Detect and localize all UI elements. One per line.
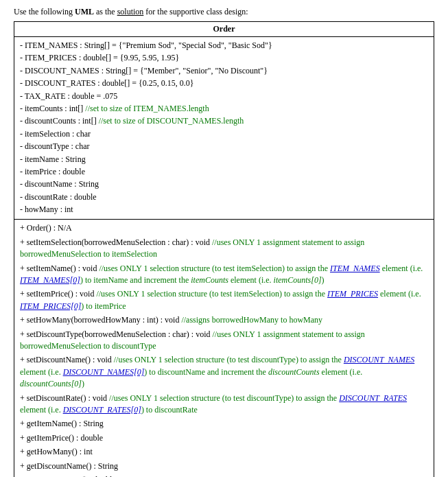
method-line: + getItemPrice() : double xyxy=(20,432,428,444)
attribute-line: - discountCounts : int[] //set to size o… xyxy=(20,115,428,127)
uml-table: Order - ITEM_NAMES : String[] = {"Premiu… xyxy=(14,21,434,477)
method-line: + setDiscountType(borrowedMenuSelection … xyxy=(20,329,428,353)
attributes-section: - ITEM_NAMES : String[] = {"Premium Sod"… xyxy=(14,37,434,220)
method-line: + setItemName() : void //uses ONLY 1 sel… xyxy=(20,263,428,287)
method-line: + setItemSelection(borrowedMenuSelection… xyxy=(20,237,428,261)
attribute-line: - itemName : String xyxy=(20,154,428,165)
method-line: + setItemPrice() : void //uses ONLY 1 se… xyxy=(20,288,428,312)
intro-text: Use the following UML as the solution fo… xyxy=(14,7,434,17)
attribute-line: - itemCounts : int[] //set to size of IT… xyxy=(20,103,428,115)
attribute-line: - howMany : int xyxy=(20,204,428,216)
method-line: + Order() : N/A xyxy=(20,222,428,234)
method-line: + getDiscountRate() : double xyxy=(20,474,428,477)
method-line: + getDiscountName() : String xyxy=(20,461,428,472)
attribute-line: - discountRate : double xyxy=(20,191,428,203)
attribute-line: - ITEM_NAMES : String[] = {"Premium Sod"… xyxy=(20,40,428,51)
attribute-line: - TAX_RATE : double = .075 xyxy=(20,91,428,102)
method-line: + setDiscountRate() : void //uses ONLY 1… xyxy=(20,393,428,417)
attribute-line: - itemPrice : double xyxy=(20,166,428,178)
attribute-line: - discountType : char xyxy=(20,141,428,152)
attribute-line: - DISCOUNT_RATES : double[] = {0.25, 0.1… xyxy=(20,78,428,89)
attribute-line: - discountName : String xyxy=(20,178,428,190)
method-line: + setDiscountName() : void //uses ONLY 1… xyxy=(20,354,428,390)
method-line: + getItemName() : String xyxy=(20,418,428,430)
attribute-line: - DISCOUNT_NAMES : String[] = {"Member",… xyxy=(20,65,428,77)
attribute-line: - itemSelection : char xyxy=(20,128,428,140)
table-header: Order xyxy=(14,22,434,37)
methods-section: + Order() : N/A+ setItemSelection(borrow… xyxy=(14,220,434,477)
method-line: + getHowMany() : int xyxy=(20,446,428,458)
attribute-line: - ITEM_PRICES : double[] = {9.95, 5.95, … xyxy=(20,52,428,64)
method-line: + setHowMany(borrowedHowMany : int) : vo… xyxy=(20,314,428,326)
